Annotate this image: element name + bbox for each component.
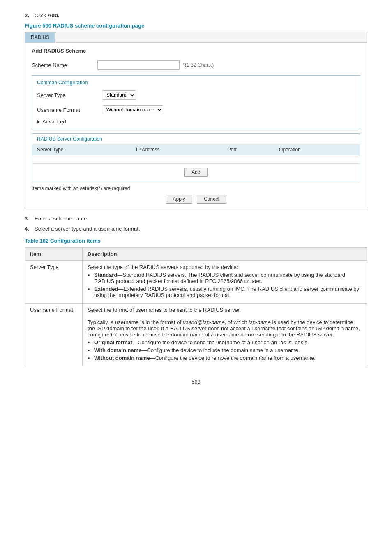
common-config-title: Common Configuration	[37, 80, 355, 86]
col-port: Port	[223, 144, 274, 155]
step-2-number: 2.	[25, 12, 35, 19]
figure-title: Figure 590 RADIUS scheme configuration p…	[25, 23, 367, 29]
bullet-without-bold: Without domain name	[94, 355, 150, 361]
username-format-bullet-original: Original format—Configure the device to …	[94, 339, 362, 345]
scheme-name-label: Scheme Name	[32, 62, 97, 68]
bullet-original-bold: Original format	[94, 339, 132, 345]
radius-panel: RADIUS Add RADIUS Scheme Scheme Name *(1…	[25, 32, 367, 209]
username-format-desc-2: Typically, a username is in the format o…	[88, 319, 362, 338]
step-2-bold: Add.	[48, 12, 60, 19]
username-format-bullet-without: Without domain name—Configure the device…	[94, 355, 362, 361]
bullet-standard-text: —Standard RADIUS servers. The RADIUS cli…	[94, 272, 345, 284]
server-type-row: Server Type Standard Extended	[37, 89, 355, 101]
table-182-title: Table 182 Configuration items	[25, 238, 367, 244]
step-2: 2. Click Add.	[25, 12, 367, 19]
server-config-table: Server Type IP Address Port Operation	[32, 144, 360, 164]
step-3: 3. Enter a scheme name.	[25, 216, 367, 222]
col-description-header: Description	[83, 248, 367, 261]
bullet-with-text: —Configure the device to include the dom…	[141, 347, 300, 353]
scheme-name-input[interactable]	[97, 60, 180, 70]
desc-server-type: Select the type of the RADIUS servers su…	[83, 261, 367, 304]
advanced-row[interactable]: Advanced	[37, 118, 355, 125]
add-server-button[interactable]: Add	[184, 168, 207, 177]
col-server-type: Server Type	[32, 144, 131, 155]
server-type-desc-intro: Select the type of the RADIUS servers su…	[88, 264, 238, 270]
cancel-button[interactable]: Cancel	[197, 195, 226, 204]
common-config-box: Common Configuration Server Type Standar…	[32, 75, 360, 129]
desc-username-format: Select the format of usernames to be sen…	[83, 304, 367, 366]
config-table: Item Description Server Type Select the …	[25, 247, 367, 366]
page-number: 563	[25, 379, 367, 385]
apply-button[interactable]: Apply	[166, 195, 192, 204]
item-server-type: Server Type	[25, 261, 83, 304]
radius-tab[interactable]: RADIUS	[25, 32, 55, 42]
col-item-header: Item	[25, 248, 83, 261]
step-3-number: 3.	[25, 216, 35, 222]
step-4-text: Select a server type and a username form…	[35, 226, 140, 232]
advanced-arrow-icon	[37, 120, 40, 124]
server-config-box: RADIUS Server Configuration Server Type …	[32, 133, 360, 181]
server-table-header-row: Server Type IP Address Port Operation	[32, 144, 360, 155]
panel-body: Add RADIUS Scheme Scheme Name *(1-32 Cha…	[25, 43, 367, 209]
step-4: 4. Select a server type and a username f…	[25, 226, 367, 232]
config-table-header: Item Description	[25, 248, 367, 261]
username-format-label: Username Format	[37, 107, 103, 113]
username-format-select[interactable]: Without domain name Original format With…	[103, 105, 163, 114]
step-2-text: Click Add.	[35, 12, 60, 19]
bullet-without-text: —Configure the device to remove the doma…	[150, 355, 316, 361]
step-4-number: 4.	[25, 226, 35, 232]
bullet-original-text: —Configure the device to send the userna…	[132, 339, 309, 345]
advanced-label: Advanced	[42, 118, 66, 125]
username-format-bullet-list: Original format—Configure the device to …	[94, 339, 362, 361]
server-config-title: RADIUS Server Configuration	[32, 134, 360, 144]
bullet-extended-bold: Extended	[94, 286, 118, 292]
add-radius-section-title: Add RADIUS Scheme	[32, 48, 360, 54]
bullet-with-bold: With domain name	[94, 347, 141, 353]
table-row-server-type: Server Type Select the type of the RADIU…	[25, 261, 367, 304]
username-format-row: Username Format Without domain name Orig…	[37, 104, 355, 116]
server-type-bullet-list: Standard—Standard RADIUS servers. The RA…	[94, 272, 362, 298]
required-note: Items marked with an asterisk(*) are req…	[32, 185, 360, 191]
col-operation: Operation	[274, 144, 360, 155]
server-type-bullet-standard: Standard—Standard RADIUS servers. The RA…	[94, 272, 362, 284]
bullet-standard-bold: Standard	[94, 272, 117, 278]
step-3-text: Enter a scheme name.	[35, 216, 88, 222]
server-type-bullet-extended: Extended—Extended RADIUS servers, usuall…	[94, 286, 362, 298]
scheme-name-row: Scheme Name *(1-32 Chars.)	[32, 59, 360, 71]
table-row-username-format: Username Format Select the format of use…	[25, 304, 367, 366]
username-format-desc-1: Select the format of usernames to be sen…	[88, 307, 362, 313]
server-type-label: Server Type	[37, 92, 103, 98]
add-button-row: Add	[32, 164, 360, 181]
col-ip-address: IP Address	[131, 144, 223, 155]
bullet-extended-text: —Extended RADIUS servers, usually runnin…	[94, 286, 359, 298]
scheme-name-hint: *(1-32 Chars.)	[183, 62, 214, 68]
server-type-select[interactable]: Standard Extended	[103, 90, 136, 100]
form-actions: Apply Cancel	[32, 195, 360, 204]
item-username-format: Username Format	[25, 304, 83, 366]
server-table-empty-row	[32, 155, 360, 164]
username-format-bullet-with: With domain name—Configure the device to…	[94, 347, 362, 353]
